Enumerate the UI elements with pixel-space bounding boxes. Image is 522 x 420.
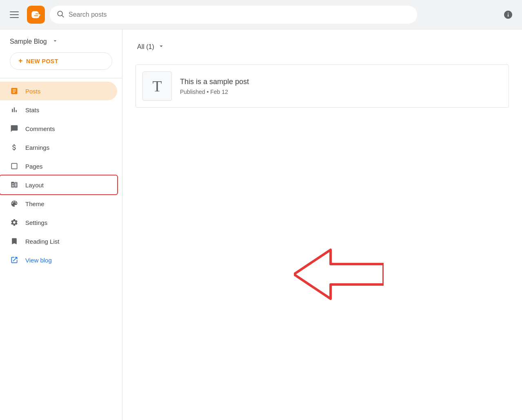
chevron-down-icon <box>52 38 58 46</box>
chevron-down-icon <box>158 42 165 51</box>
post-info: This is a sample post Published • Feb 12 <box>180 78 249 95</box>
hamburger-line <box>10 11 19 12</box>
sidebar-item-label: Comments <box>25 125 55 132</box>
sidebar-item-label: Earnings <box>25 144 49 151</box>
svg-point-0 <box>58 11 62 16</box>
search-icon <box>56 10 64 20</box>
search-bar <box>50 6 417 24</box>
search-input[interactable] <box>69 11 411 18</box>
sidebar-item-posts[interactable]: Posts <box>0 82 117 100</box>
sidebar-item-pages[interactable]: Pages <box>0 157 117 176</box>
posts-icon <box>10 87 19 96</box>
blogger-logo-svg <box>31 9 41 20</box>
plus-icon: + <box>18 57 23 65</box>
filter-dropdown[interactable]: All (1) <box>135 39 167 55</box>
arrow-svg <box>294 246 384 303</box>
theme-icon <box>10 199 19 208</box>
settings-icon <box>10 218 19 227</box>
sidebar-item-comments[interactable]: Comments <box>0 119 117 138</box>
sidebar-item-view-blog[interactable]: View blog <box>0 251 117 269</box>
sidebar-item-label: Pages <box>25 163 43 170</box>
sidebar-item-label: View blog <box>25 257 52 264</box>
sidebar-item-theme[interactable]: Theme <box>0 194 117 213</box>
layout-icon <box>10 180 19 189</box>
top-nav <box>0 0 522 29</box>
blog-name: Sample Blog <box>10 38 47 45</box>
sidebar: Sample Blog + NEW POST Posts Stats <box>0 29 122 420</box>
sidebar-item-label: Posts <box>25 88 41 95</box>
post-title: This is a sample post <box>180 78 249 86</box>
earnings-icon <box>10 143 19 152</box>
pages-icon <box>10 162 19 171</box>
sidebar-item-settings[interactable]: Settings <box>0 213 117 232</box>
view-blog-icon <box>10 256 19 264</box>
filter-label: All (1) <box>137 43 154 51</box>
post-thumbnail: T <box>142 71 172 101</box>
new-post-label: NEW POST <box>26 58 58 64</box>
hamburger-button[interactable] <box>7 8 22 21</box>
new-post-button[interactable]: + NEW POST <box>10 52 112 70</box>
content-area: All (1) T This is a sample post Publishe… <box>122 29 522 420</box>
post-card[interactable]: T This is a sample post Published • Feb … <box>135 64 509 108</box>
sidebar-item-label: Settings <box>25 219 47 226</box>
sidebar-item-label: Theme <box>25 200 44 207</box>
sidebar-item-label: Stats <box>25 107 39 113</box>
sidebar-item-label: Reading List <box>25 238 59 245</box>
post-meta: Published • Feb 12 <box>180 89 249 95</box>
info-icon <box>503 10 513 20</box>
main-layout: Sample Blog + NEW POST Posts Stats <box>0 29 522 420</box>
sidebar-item-earnings[interactable]: Earnings <box>0 138 117 157</box>
blogger-logo <box>27 6 45 24</box>
filter-bar: All (1) <box>135 39 509 55</box>
stats-icon <box>10 105 19 114</box>
hamburger-line <box>10 17 19 18</box>
svg-line-1 <box>62 15 64 17</box>
arrow-annotation <box>294 246 384 304</box>
sidebar-item-stats[interactable]: Stats <box>0 100 117 119</box>
blog-selector[interactable]: Sample Blog <box>0 38 122 52</box>
sidebar-item-reading-list[interactable]: Reading List <box>0 232 117 251</box>
sidebar-item-label: Layout <box>25 182 44 189</box>
sidebar-divider <box>0 78 122 78</box>
sidebar-item-layout[interactable]: Layout <box>0 176 117 194</box>
hamburger-line <box>10 14 19 15</box>
svg-marker-5 <box>294 250 384 299</box>
post-thumbnail-letter: T <box>152 77 162 95</box>
reading-list-icon <box>10 237 19 246</box>
comments-icon <box>10 124 19 133</box>
info-button[interactable] <box>501 7 515 22</box>
